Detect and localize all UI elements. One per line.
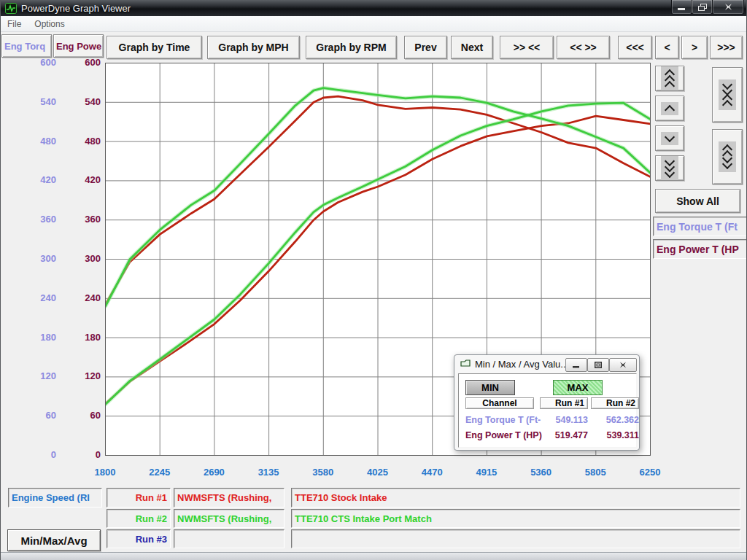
window-bottom-frame bbox=[1, 552, 747, 560]
scroll-left-button[interactable]: < bbox=[655, 36, 679, 59]
x-tick-label: 2690 bbox=[187, 467, 241, 478]
power-y-tick-label: 540 bbox=[59, 96, 101, 108]
x-tick-label: 1800 bbox=[78, 467, 132, 478]
power-y-tick-label: 0 bbox=[59, 449, 101, 461]
run1-label: Run #1 bbox=[107, 488, 171, 508]
run3-description bbox=[291, 529, 740, 548]
run2-label: Run #2 bbox=[107, 509, 171, 528]
run1-description: TTE710 Stock Intake bbox=[291, 488, 740, 508]
channel-column-header[interactable]: Channel bbox=[465, 397, 534, 409]
minmax-window-icon bbox=[460, 359, 471, 368]
legend-power-label[interactable]: Eng Power T (HP bbox=[653, 239, 747, 259]
minmax-run1-value: 549.113 bbox=[540, 415, 588, 425]
x-tick-label: 5805 bbox=[568, 467, 622, 478]
x-tick-label: 2245 bbox=[133, 467, 187, 478]
y-zoom-out-icon bbox=[719, 141, 736, 172]
graph-by-rpm-button[interactable]: Graph by RPM bbox=[306, 36, 397, 59]
menu-item-options[interactable]: Options bbox=[28, 18, 71, 31]
torque-y-tick-label: 240 bbox=[1, 292, 56, 304]
scroll-down-fast-button[interactable] bbox=[655, 155, 684, 181]
graph-by-mph-button[interactable]: Graph by MPH bbox=[207, 36, 300, 59]
minmax-minimize-button[interactable] bbox=[565, 358, 587, 372]
scroll-down-fast-icon bbox=[661, 156, 678, 181]
zoom-out-x-button[interactable]: << >> bbox=[557, 36, 610, 59]
x-tick-label: 4915 bbox=[460, 467, 514, 478]
min-button[interactable]: MIN bbox=[465, 380, 515, 395]
minmax-run2-value: 539.311 bbox=[591, 430, 639, 440]
minmax-close-button[interactable] bbox=[609, 358, 637, 372]
run3-source bbox=[174, 529, 285, 548]
x-tick-label: 6250 bbox=[623, 467, 677, 478]
minmax-run1-value: 519.477 bbox=[540, 430, 588, 440]
run3-label: Run #3 bbox=[107, 529, 171, 548]
minimize-button[interactable] bbox=[671, 0, 692, 15]
legend-torque-label[interactable]: Eng Torque T (Ft bbox=[653, 217, 747, 236]
power-y-tick-label: 360 bbox=[59, 214, 101, 225]
run1-source: NWMSFTS (Rushing, bbox=[174, 488, 285, 508]
max-button[interactable]: MAX bbox=[553, 380, 603, 395]
run2-column-header[interactable]: Run #2 bbox=[591, 397, 639, 409]
zoom-in-x-button[interactable]: >> << bbox=[500, 36, 554, 59]
power-y-tick-label: 180 bbox=[59, 332, 101, 343]
run2-description: TTE710 CTS Intake Port Match bbox=[291, 509, 740, 528]
scroll-up-icon bbox=[661, 102, 678, 115]
menu-bar: File Options bbox=[1, 16, 747, 32]
scroll-down-button[interactable] bbox=[655, 125, 684, 151]
torque-y-tick-label: 120 bbox=[1, 370, 56, 382]
minmaxavg-button[interactable]: Min/Max/Avg bbox=[7, 529, 101, 551]
run2-source: NWMSFTS (Rushing, bbox=[174, 509, 285, 528]
app-icon bbox=[5, 3, 17, 14]
x-tick-label: 3580 bbox=[296, 467, 350, 478]
power-y-tick-label: 120 bbox=[59, 370, 101, 382]
title-bar[interactable]: PowerDyne Graph Viewer bbox=[1, 0, 747, 16]
minmax-channel-name: Eng Power T (HP) bbox=[465, 430, 542, 440]
power-y-tick-label: 240 bbox=[59, 292, 101, 304]
power-y-tick-label: 420 bbox=[59, 174, 101, 186]
x-tick-label: 5360 bbox=[514, 467, 568, 478]
run1-column-header[interactable]: Run #1 bbox=[540, 397, 588, 409]
scroll-right-button[interactable]: > bbox=[681, 36, 708, 59]
power-y-tick-label: 480 bbox=[59, 136, 101, 147]
engine-speed-label: Engine Speed (RI bbox=[8, 488, 102, 508]
torque-y-tick-label: 540 bbox=[1, 96, 56, 108]
y-zoom-in-icon bbox=[719, 79, 736, 110]
app-window: { "window": { "title": "PowerDyne Graph … bbox=[0, 0, 747, 560]
window-title: PowerDyne Graph Viewer bbox=[21, 3, 131, 14]
torque-y-tick-label: 0 bbox=[1, 449, 56, 461]
maximize-button[interactable] bbox=[692, 0, 713, 15]
x-tick-label: 4470 bbox=[405, 467, 459, 478]
y-zoom-in-button[interactable] bbox=[712, 67, 743, 122]
scroll-up-fast-icon bbox=[661, 66, 678, 91]
minmax-content: MIN MAX Channel Run #1 Run #2 Eng Torque… bbox=[458, 373, 637, 448]
next-button[interactable]: Next bbox=[451, 36, 493, 59]
prev-button[interactable]: Prev bbox=[404, 36, 447, 59]
minmax-channel-name: Eng Torque T (Ft- bbox=[465, 415, 541, 425]
torque-y-tick-label: 300 bbox=[1, 253, 56, 265]
minmax-run2-value: 562.362 bbox=[591, 415, 639, 425]
scroll-up-fast-button[interactable] bbox=[655, 66, 684, 91]
scroll-up-button[interactable] bbox=[655, 96, 684, 121]
torque-y-tick-label: 60 bbox=[1, 410, 56, 421]
minmax-restore-button[interactable] bbox=[587, 358, 609, 372]
menu-item-file[interactable]: File bbox=[1, 18, 28, 31]
scroll-left-fast-button[interactable]: <<< bbox=[618, 36, 652, 59]
torque-y-tick-label: 420 bbox=[1, 174, 56, 186]
torque-y-tick-label: 600 bbox=[1, 57, 56, 69]
show-all-button[interactable]: Show All bbox=[655, 189, 740, 213]
x-tick-label: 4025 bbox=[351, 467, 405, 478]
power-y-tick-label: 60 bbox=[59, 410, 101, 421]
axis-header-torque-button[interactable]: Eng Torq bbox=[1, 34, 52, 58]
scroll-down-icon bbox=[661, 132, 678, 145]
torque-y-tick-label: 360 bbox=[1, 214, 56, 225]
y-zoom-out-button[interactable] bbox=[712, 129, 743, 184]
graph-by-time-button[interactable]: Graph by Time bbox=[107, 36, 202, 59]
scroll-right-fast-button[interactable]: >>> bbox=[710, 36, 743, 59]
power-y-tick-label: 300 bbox=[59, 253, 101, 265]
axis-header-power-button[interactable]: Eng Powe bbox=[53, 34, 104, 58]
minmax-title: Min / Max / Avg Valu... bbox=[475, 359, 568, 370]
close-button[interactable] bbox=[712, 0, 744, 15]
minmax-window: Min / Max / Avg Valu... MIN MAX Channel … bbox=[454, 354, 640, 451]
torque-y-tick-label: 480 bbox=[1, 136, 56, 147]
x-tick-label: 3135 bbox=[241, 467, 295, 478]
power-y-tick-label: 600 bbox=[59, 57, 101, 69]
